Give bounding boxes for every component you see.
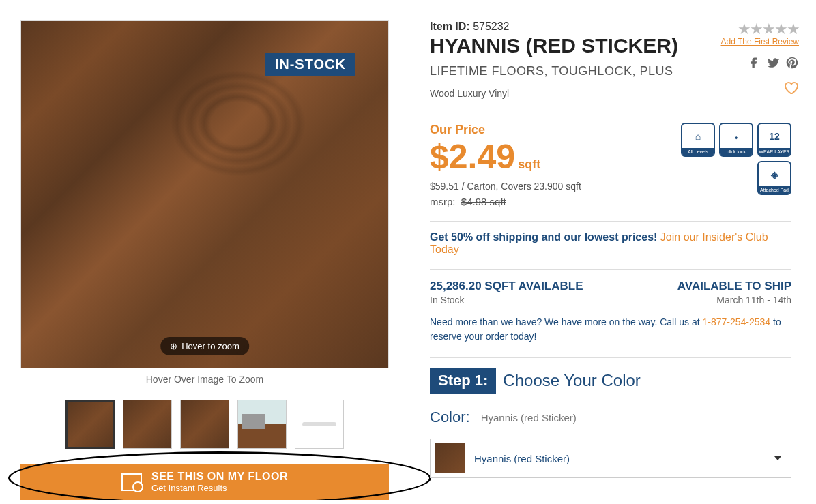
- color-swatch: [435, 443, 465, 473]
- add-first-review-link[interactable]: Add The First Review: [721, 37, 800, 46]
- price-amount: $2.49sqft: [430, 137, 581, 177]
- badge-wear-layer: 12WEAR LAYER: [757, 123, 791, 157]
- need-more-text: Need more than we have? We have more on …: [430, 315, 791, 344]
- instock-badge: IN-STOCK: [265, 53, 355, 76]
- color-label: Color:: [430, 409, 470, 426]
- cta-subtitle: Get Instant Results: [151, 483, 288, 493]
- feature-badges: ⌂All Levels ⬩click lock 12WEAR LAYER ◈At…: [675, 123, 791, 195]
- pinterest-icon[interactable]: [785, 56, 799, 70]
- zoom-caption: Hover Over Image To Zoom: [20, 374, 389, 385]
- promo-line: Get 50% off shipping and our lowest pric…: [430, 231, 791, 256]
- stock-status: In Stock: [430, 295, 583, 306]
- badge-attached-pad: ◈Attached Pad: [757, 161, 791, 195]
- selected-color-name: Hyannis (red Sticker): [481, 412, 577, 424]
- thumbnail-3[interactable]: [180, 400, 229, 449]
- badge-click-lock: ⬩click lock: [719, 123, 753, 157]
- chevron-down-icon: [774, 456, 781, 460]
- thumbnail-2[interactable]: [123, 400, 172, 449]
- phone-link[interactable]: 1-877-254-2534: [702, 316, 770, 327]
- hover-to-zoom-pill: ⊕ Hover to zoom: [160, 337, 249, 355]
- thumbnail-1[interactable]: [65, 400, 115, 449]
- thumbnail-5[interactable]: [295, 400, 344, 449]
- facebook-icon[interactable]: [747, 56, 761, 70]
- thumbnail-4[interactable]: [237, 400, 287, 449]
- our-price-label: Our Price: [430, 123, 581, 137]
- twitter-icon[interactable]: [766, 56, 780, 70]
- sqft-available: 25,286.20 SQFT AVAILABLE: [430, 280, 583, 293]
- ship-label: AVAILABLE TO SHIP: [677, 280, 791, 293]
- badge-all-levels: ⌂All Levels: [681, 123, 715, 157]
- product-main-image[interactable]: IN-STOCK ⊕ Hover to zoom: [20, 20, 389, 368]
- color-dropdown-text: Hyannis (red Sticker): [474, 453, 765, 464]
- step-1-text: Choose Your Color: [503, 371, 640, 390]
- cta-title: SEE THIS ON MY FLOOR: [151, 471, 288, 483]
- step-1-badge: Step 1:: [430, 368, 496, 394]
- camera-floor-icon: [121, 473, 142, 491]
- rating-stars: ★★★★★: [721, 20, 800, 38]
- carton-price: $59.51 / Carton, Covers 23.900 sqft: [430, 181, 581, 192]
- msrp-line: msrp: $4.98 sqft: [430, 196, 581, 207]
- color-dropdown[interactable]: Hyannis (red Sticker): [430, 439, 791, 478]
- favorite-heart-icon[interactable]: [783, 79, 799, 95]
- zoom-icon: ⊕: [170, 341, 177, 351]
- see-on-my-floor-button[interactable]: SEE THIS ON MY FLOOR Get Instant Results: [20, 464, 389, 500]
- ship-date: March 11th - 14th: [677, 295, 791, 306]
